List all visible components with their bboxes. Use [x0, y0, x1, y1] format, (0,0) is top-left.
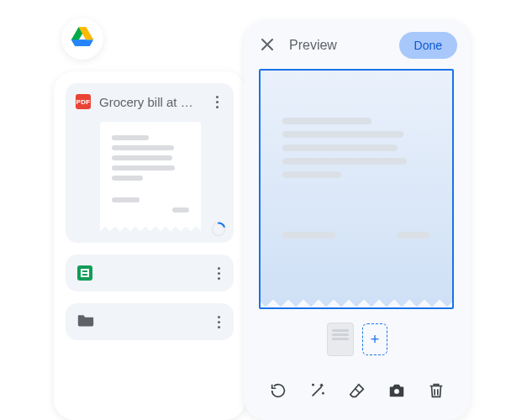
pdf-badge-icon: PDF — [76, 94, 91, 109]
loading-spinner-icon — [210, 221, 227, 238]
page-thumbnail-row: + — [244, 323, 471, 356]
preview-title: Preview — [289, 38, 386, 53]
retake-icon — [269, 381, 287, 402]
folder-icon — [77, 312, 94, 331]
file-thumbnail — [100, 122, 201, 233]
file-overflow-button[interactable] — [208, 92, 225, 112]
auto-enhance-button[interactable] — [306, 380, 329, 403]
magic-icon — [308, 381, 327, 402]
close-icon — [261, 39, 273, 53]
camera-icon — [387, 381, 406, 402]
erase-icon — [348, 381, 366, 402]
file-title: Grocery bill at Bi… — [99, 95, 200, 109]
camera-button[interactable] — [385, 380, 408, 403]
retake-button[interactable] — [266, 380, 290, 403]
delete-button[interactable] — [424, 380, 448, 403]
delete-icon — [427, 381, 445, 402]
erase-button[interactable] — [345, 380, 369, 403]
close-button[interactable] — [259, 37, 276, 54]
file-item-pdf[interactable]: PDF Grocery bill at Bi… — [66, 83, 234, 243]
scan-page-frame[interactable] — [259, 69, 454, 309]
svg-point-1 — [394, 388, 399, 393]
file-item-sheet[interactable] — [66, 255, 234, 291]
google-drive-icon — [71, 27, 93, 50]
preview-toolbar — [244, 368, 471, 420]
page-thumbnail[interactable] — [327, 323, 354, 356]
file-list-card: PDF Grocery bill at Bi… — [54, 71, 245, 420]
file-item-folder[interactable] — [66, 303, 234, 340]
done-button[interactable]: Done — [399, 32, 457, 59]
file-overflow-button[interactable] — [210, 312, 227, 332]
add-page-button[interactable]: + — [362, 323, 387, 355]
drive-logo-chip — [61, 18, 103, 60]
file-overflow-button[interactable] — [210, 263, 227, 283]
sheets-icon — [77, 265, 92, 281]
scan-preview-panel: Preview Done + — [244, 20, 471, 420]
preview-header: Preview Done — [244, 20, 471, 69]
